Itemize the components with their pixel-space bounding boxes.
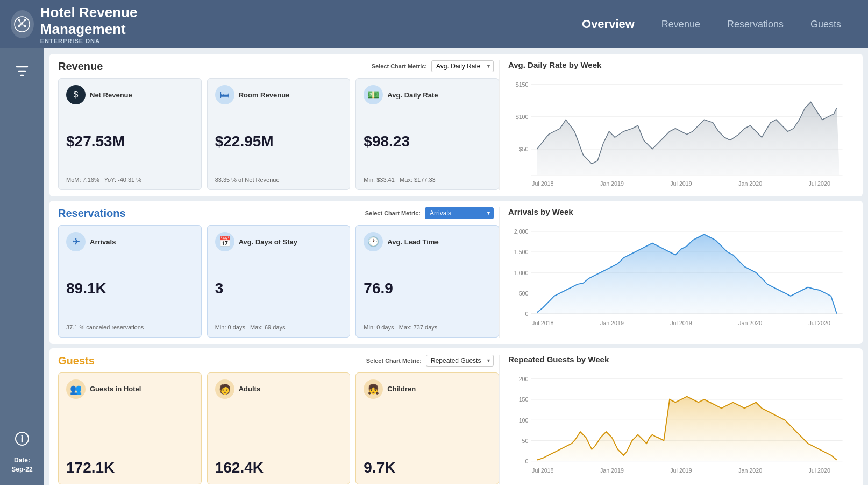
revenue-metric-selector: Select Chart Metric: Avg. Daily Rate Net… [372, 60, 499, 72]
svg-text:Jan 2019: Jan 2019 [600, 320, 624, 327]
net-revenue-card: $ Net Revenue $27.53M MoM: 7.16% YoY: -4… [58, 78, 202, 190]
clock-icon: 🕐 [364, 232, 383, 251]
nav-guests[interactable]: Guests [810, 19, 841, 30]
svg-text:Jan 2020: Jan 2020 [738, 320, 762, 327]
revenue-chart-header: Avg. Daily Rate by Week [508, 60, 854, 69]
svg-text:$50: $50 [519, 146, 529, 152]
svg-text:Jan 2019: Jan 2019 [600, 180, 624, 187]
guests-chart-header: Repeated Guests by Week [508, 355, 854, 364]
guests-left: Guests Select Chart Metric: Repeated Gue… [58, 355, 499, 484]
guests-hotel-value: 172.1K [66, 459, 194, 476]
nav-reservations[interactable]: Reservations [727, 19, 784, 30]
guests-title: Guests [58, 355, 95, 367]
svg-text:150: 150 [519, 396, 529, 403]
nav-overview[interactable]: Overview [582, 17, 635, 31]
children-card: 👧 Children 9.7K [355, 372, 499, 484]
reservations-chart: 2,000 1,500 1,000 500 0 Jul 2018 Jan 201… [508, 220, 854, 337]
svg-point-2 [24, 19, 26, 21]
svg-text:Jan 2020: Jan 2020 [738, 180, 762, 187]
guests-metric-select[interactable]: Repeated Guests Guests in Hotel Adults C… [426, 355, 494, 367]
avg-daily-rate-value: $98.23 [364, 133, 491, 150]
children-label: Children [387, 385, 416, 393]
svg-text:1,000: 1,000 [514, 270, 529, 276]
revenue-chart-title: Avg. Daily Rate by Week [508, 60, 601, 69]
svg-point-4 [24, 25, 26, 27]
filter-icon[interactable] [10, 59, 34, 83]
header-title-block: Hotel Revenue Management ENTERPRISE DNA [40, 4, 194, 44]
reservations-metrics: ✈ Arrivals 89.1K 37.1 % canceled reserva… [58, 225, 499, 337]
children-value: 9.7K [364, 459, 491, 476]
avg-daily-rate-sub: Min: $33.41 Max: $177.33 [364, 177, 491, 183]
guests-chart-title: Repeated Guests by Week [508, 355, 609, 364]
svg-text:$150: $150 [516, 81, 529, 88]
nav-area: Overview Revenue Reservations Guests [194, 17, 857, 31]
avg-lead-card: 🕐 Avg. Lead Time 76.9 Min: 0 days Max: 7… [355, 225, 499, 337]
reservations-metric-wrapper[interactable]: Arrivals Avg. Days of Stay Avg. Lead Tim… [425, 207, 494, 219]
revenue-metric-wrapper[interactable]: Avg. Daily Rate Net Revenue Room Revenue [431, 60, 494, 72]
svg-text:0: 0 [525, 458, 529, 465]
svg-text:$100: $100 [516, 114, 529, 120]
svg-point-8 [22, 435, 23, 437]
guests-icon: 👥 [66, 379, 86, 399]
guests-panel: Guests Select Chart Metric: Repeated Gue… [49, 348, 863, 485]
svg-text:1,500: 1,500 [514, 249, 529, 256]
net-revenue-value: $27.53M [66, 133, 194, 150]
guests-chart-area: Repeated Guests by Week [499, 355, 854, 484]
nav-revenue[interactable]: Revenue [661, 19, 700, 30]
adults-value: 162.4K [215, 459, 343, 476]
svg-text:100: 100 [519, 417, 529, 423]
arrivals-value: 89.1K [66, 280, 194, 297]
svg-point-3 [18, 25, 20, 27]
room-revenue-label: Room Revenue [239, 91, 290, 99]
info-icon[interactable] [10, 427, 34, 451]
revenue-left: Revenue Select Chart Metric: Avg. Daily … [58, 60, 499, 190]
svg-text:Jan 2019: Jan 2019 [600, 467, 624, 474]
main-content: Revenue Select Chart Metric: Avg. Daily … [44, 48, 868, 485]
svg-text:Jul 2018: Jul 2018 [532, 180, 553, 187]
adults-label: Adults [239, 385, 260, 393]
svg-text:50: 50 [522, 437, 529, 444]
svg-text:200: 200 [519, 376, 529, 382]
svg-text:Jul 2019: Jul 2019 [670, 180, 692, 187]
svg-text:Jul 2018: Jul 2018 [532, 320, 553, 327]
guests-hotel-label: Guests in Hotel [90, 385, 141, 393]
reservations-chart-area: Arrivals by Week [499, 207, 854, 337]
guests-chart: 200 150 100 50 0 Jul 2018 Jan 2019 Jul 2… [508, 367, 854, 484]
svg-text:Jul 2020: Jul 2020 [808, 180, 830, 187]
reservations-panel: Reservations Select Chart Metric: Arriva… [49, 201, 863, 343]
revenue-title: Revenue [58, 60, 103, 73]
arrivals-icon: ✈ [66, 232, 86, 251]
revenue-metrics: $ Net Revenue $27.53M MoM: 7.16% YoY: -4… [58, 78, 499, 190]
revenue-chart: $150 $100 $50 Jul 2018 Jan 2019 Jul 2019… [508, 73, 854, 190]
svg-text:Jul 2019: Jul 2019 [670, 320, 692, 327]
arrivals-sub: 37.1 % canceled reservations [66, 324, 194, 331]
res-select-label: Select Chart Metric: [365, 210, 421, 216]
arrivals-label: Arrivals [90, 238, 116, 246]
room-revenue-value: $22.95M [215, 133, 343, 150]
avg-days-label: Avg. Days of Stay [239, 238, 297, 246]
revenue-chart-area: Avg. Daily Rate by Week $150 $100 $50 Ju… [499, 60, 854, 190]
svg-text:0: 0 [525, 311, 529, 317]
adults-card: 🧑 Adults 162.4K [207, 372, 351, 484]
svg-text:Jul 2018: Jul 2018 [532, 467, 553, 474]
svg-text:Jul 2020: Jul 2020 [808, 320, 830, 327]
revenue-select-label: Select Chart Metric: [372, 63, 427, 69]
svg-text:2,000: 2,000 [514, 228, 529, 235]
sidebar-bottom: Date: Sep-22 [10, 427, 34, 474]
logo-icon [11, 10, 34, 38]
reservations-metric-select[interactable]: Arrivals Avg. Days of Stay Avg. Lead Tim… [425, 207, 494, 219]
rate-icon: 💵 [364, 85, 383, 104]
avg-days-sub: Min: 0 days Max: 69 days [215, 324, 343, 331]
svg-point-5 [21, 22, 23, 24]
guests-select-label: Select Chart Metric: [366, 357, 422, 364]
avg-days-card: 📅 Avg. Days of Stay 3 Min: 0 days Max: 6… [207, 225, 351, 337]
bed-icon: 🛏 [215, 85, 234, 104]
calendar-icon: 📅 [215, 232, 234, 251]
avg-days-value: 3 [215, 280, 343, 297]
guests-metric-wrapper[interactable]: Repeated Guests Guests in Hotel Adults C… [426, 355, 494, 367]
adult-icon: 🧑 [215, 379, 234, 399]
logo-area: Hotel Revenue Management ENTERPRISE DNA [11, 4, 194, 44]
avg-lead-sub: Min: 0 days Max: 737 days [364, 324, 491, 331]
svg-text:500: 500 [519, 290, 529, 297]
revenue-metric-select[interactable]: Avg. Daily Rate Net Revenue Room Revenue [431, 60, 494, 72]
